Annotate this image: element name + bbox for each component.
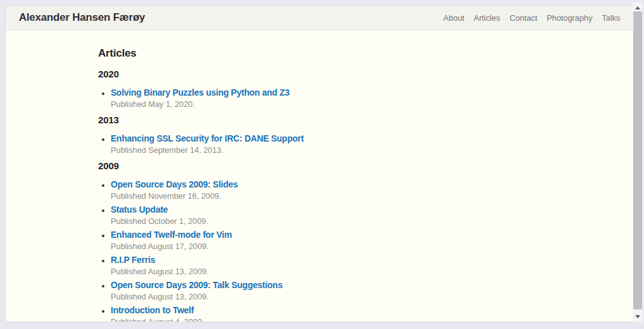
vertical-scrollbar[interactable] — [633, 3, 643, 322]
year-section-2013: 2013 Enhancing SSL Security for IRC: DAN… — [98, 114, 595, 155]
chevron-up-icon[interactable] — [635, 6, 640, 9]
published-date: Published May 1, 2020. — [111, 99, 595, 109]
nav-item-articles[interactable]: Articles — [474, 13, 500, 23]
nav-item-photography[interactable]: Photography — [547, 13, 592, 23]
main-nav: About Articles Contact Photography Talks — [443, 13, 620, 23]
year-section-2009: 2009 Open Source Days 2009: Slides Publi… — [98, 160, 595, 322]
page-title: Articles — [98, 47, 595, 60]
article-link[interactable]: Status Update — [111, 204, 168, 216]
year-heading: 2009 — [98, 160, 595, 172]
year-heading: 2020 — [98, 68, 595, 80]
article-link[interactable]: Introduction to Twelf — [111, 304, 194, 316]
article-link[interactable]: Open Source Days 2009: Talk Suggestions — [111, 279, 282, 291]
article-list: Enhancing SSL Security for IRC: DANE Sup… — [98, 133, 595, 155]
published-date: Published September 14, 2013. — [111, 145, 595, 155]
list-item: Open Source Days 2009: Talk Suggestions … — [111, 279, 595, 302]
year-section-2020: 2020 Solving Binary Puzzles using Python… — [98, 68, 595, 109]
list-item: Status Update Published October 1, 2009. — [111, 204, 595, 226]
list-item: R.I.P Ferris Published August 13, 2009. — [111, 254, 595, 277]
list-item: Enhanced Twelf-mode for Vim Published Au… — [111, 229, 595, 252]
published-date: Published October 1, 2009. — [111, 216, 595, 226]
list-item: Solving Binary Puzzles using Python and … — [111, 87, 595, 109]
article-link[interactable]: Open Source Days 2009: Slides — [111, 179, 238, 191]
article-link[interactable]: Enhancing SSL Security for IRC: DANE Sup… — [111, 133, 304, 145]
list-item: Introduction to Twelf Published August 4… — [111, 304, 595, 322]
site-header: Alexander Hansen Færøy About Articles Co… — [6, 6, 633, 30]
nav-item-talks[interactable]: Talks — [602, 13, 620, 23]
list-item: Open Source Days 2009: Slides Published … — [111, 179, 595, 201]
year-heading: 2013 — [98, 114, 595, 126]
published-date: Published November 16, 2009. — [111, 191, 595, 201]
nav-item-contact[interactable]: Contact — [509, 13, 537, 23]
chevron-down-icon[interactable] — [635, 315, 640, 318]
published-date: Published August 17, 2009. — [111, 241, 595, 252]
article-link[interactable]: Enhanced Twelf-mode for Vim — [111, 229, 232, 241]
list-item: Enhancing SSL Security for IRC: DANE Sup… — [111, 133, 595, 155]
published-date: Published August 13, 2009. — [111, 266, 595, 277]
published-date: Published August 13, 2009. — [111, 291, 595, 302]
nav-item-about[interactable]: About — [443, 13, 464, 23]
published-date: Published August 4, 2009. — [111, 316, 595, 322]
articles-page: Articles 2020 Solving Binary Puzzles usi… — [6, 30, 633, 322]
article-link[interactable]: R.I.P Ferris — [111, 254, 155, 266]
article-link[interactable]: Solving Binary Puzzles using Python and … — [111, 87, 289, 99]
article-list: Solving Binary Puzzles using Python and … — [98, 87, 595, 109]
article-list: Open Source Days 2009: Slides Published … — [98, 179, 595, 322]
browser-viewport: Alexander Hansen Færøy About Articles Co… — [5, 5, 633, 322]
site-title-link[interactable]: Alexander Hansen Færøy — [19, 11, 145, 24]
scrollbar-thumb[interactable] — [633, 11, 642, 309]
